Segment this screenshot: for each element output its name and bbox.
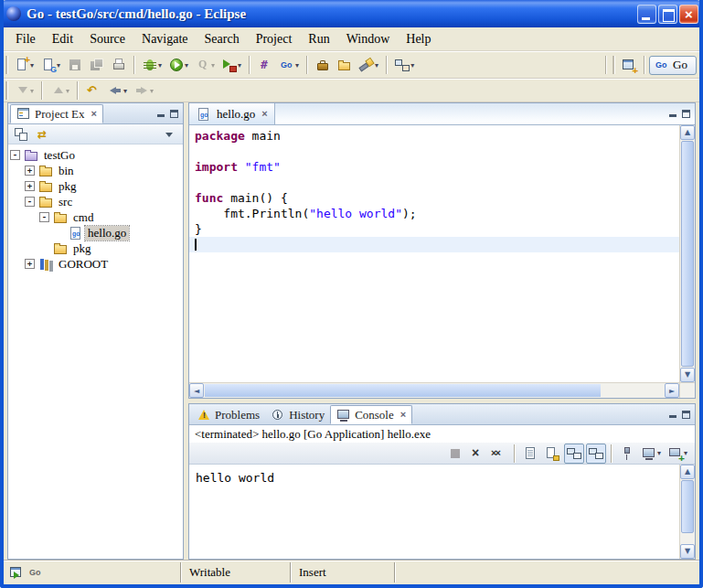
scroll-down-icon[interactable]: ▼ <box>680 368 695 382</box>
show-when-stdout-changes-button[interactable] <box>564 444 584 464</box>
tree-item-hello.go[interactable]: hello.go <box>8 225 183 241</box>
console-vertical-scrollbar[interactable]: ▲ ▼ <box>679 465 695 559</box>
code-line[interactable]: func main() { <box>189 190 679 206</box>
tree-item-pkg[interactable]: +pkg <box>8 178 183 194</box>
open-perspective-button[interactable] <box>619 55 639 75</box>
scrollbar-thumb[interactable] <box>681 480 694 533</box>
link-with-editor-button[interactable] <box>34 125 54 144</box>
go-tool-button[interactable]: ▾ <box>277 55 302 75</box>
code-line[interactable] <box>189 237 679 252</box>
run-external-tools-button[interactable]: ▾ <box>219 55 244 75</box>
toolbar-grip[interactable] <box>5 81 7 100</box>
tree-expander-icon[interactable]: + <box>25 181 35 191</box>
tree-item-bin[interactable]: +bin <box>8 163 183 178</box>
scroll-right-icon[interactable]: ► <box>665 383 679 398</box>
maximize-button[interactable] <box>658 5 677 24</box>
go-status-icon[interactable] <box>28 565 43 580</box>
scrollbar-thumb[interactable] <box>205 384 601 397</box>
maximize-view-icon[interactable] <box>170 110 178 118</box>
code-line[interactable]: } <box>189 221 679 237</box>
fast-view-icon[interactable] <box>9 565 24 580</box>
close-tab-icon[interactable]: × <box>400 410 406 420</box>
project-explorer-tab[interactable]: Project Ex × <box>10 104 103 123</box>
run-button[interactable]: ▾ <box>166 55 191 75</box>
display-selected-console-dropdown-arrow[interactable]: ▾ <box>657 449 661 457</box>
menu-search[interactable]: Search <box>197 29 248 49</box>
tab-history[interactable]: History <box>265 405 330 424</box>
forward-dropdown-arrow[interactable]: ▾ <box>150 87 154 95</box>
tree-item-cmd[interactable]: -cmd <box>8 209 183 225</box>
run-dropdown-arrow[interactable]: ▾ <box>185 61 188 69</box>
tree-item-testgo[interactable]: -testGo <box>8 147 183 163</box>
tree-item-goroot[interactable]: +GOROOT <box>8 256 183 272</box>
scrollbar-track[interactable] <box>204 383 665 398</box>
tree-expander-icon[interactable]: - <box>39 212 49 222</box>
editor-tab-hello-go[interactable]: hello.go × <box>189 103 275 124</box>
tree-expander-icon[interactable]: - <box>25 197 35 207</box>
profile-dropdown-arrow[interactable]: ▾ <box>211 61 215 69</box>
open-resource-button[interactable] <box>313 55 333 75</box>
open-folder-button[interactable] <box>335 55 355 75</box>
minimize-button[interactable] <box>637 5 656 24</box>
display-selected-console-button[interactable]: ▾ <box>639 444 664 464</box>
close-explorer-tab-icon[interactable]: × <box>91 109 97 119</box>
run-external-tools-dropdown-arrow[interactable]: ▾ <box>238 61 241 69</box>
code-line[interactable] <box>189 144 679 159</box>
tree-item-src[interactable]: -src <box>8 194 183 209</box>
show-when-stderr-changes-button[interactable] <box>586 444 606 464</box>
debug-button[interactable]: ▾ <box>140 55 165 75</box>
next-annotation-dropdown-arrow[interactable]: ▾ <box>30 87 34 95</box>
remove-all-terminated-button[interactable] <box>489 444 509 464</box>
close-button[interactable] <box>679 5 698 24</box>
scroll-up-icon[interactable]: ▲ <box>680 125 695 140</box>
last-edit-location-button[interactable] <box>83 80 103 101</box>
pin-console-button[interactable] <box>617 444 637 464</box>
team-synchronize-button[interactable]: ▾ <box>392 55 417 75</box>
scroll-down-icon[interactable]: ▼ <box>680 544 695 559</box>
menu-help[interactable]: Help <box>398 29 439 49</box>
menu-file[interactable]: File <box>7 29 44 49</box>
menu-window[interactable]: Window <box>338 29 399 49</box>
open-console-button[interactable]: ▾ <box>666 444 690 464</box>
remove-launch-button[interactable] <box>467 444 487 464</box>
back-dropdown-arrow[interactable]: ▾ <box>123 87 127 95</box>
maximize-view-icon[interactable] <box>682 411 690 419</box>
menu-navigate[interactable]: Navigate <box>133 29 197 49</box>
new-wizard-button[interactable]: ▾ <box>12 55 37 75</box>
titlebar[interactable]: Go - testGo/src/cmd/hello.go - Eclipse <box>0 0 703 27</box>
previous-annotation-dropdown-arrow[interactable]: ▾ <box>66 87 69 95</box>
code-line[interactable]: package main <box>189 128 679 144</box>
minimize-view-icon[interactable] <box>669 411 677 419</box>
clear-console-button[interactable] <box>520 444 540 464</box>
close-editor-tab-icon[interactable]: × <box>261 109 267 119</box>
scroll-left-icon[interactable]: ◄ <box>189 383 204 398</box>
scroll-lock-button[interactable] <box>542 444 562 464</box>
menu-source[interactable]: Source <box>81 29 133 49</box>
new-go-app-button[interactable] <box>255 55 275 75</box>
tree-expander-icon[interactable]: + <box>25 259 35 269</box>
menu-edit[interactable]: Edit <box>44 29 81 49</box>
console-output[interactable]: hello world <box>189 465 679 559</box>
menu-run[interactable]: Run <box>300 29 337 49</box>
new-go-element-dropdown-arrow[interactable]: ▾ <box>57 61 60 69</box>
team-synchronize-dropdown-arrow[interactable]: ▾ <box>410 61 414 69</box>
scrollbar-thumb[interactable] <box>681 141 694 367</box>
code-area[interactable]: package mainimport "fmt"func main() { fm… <box>189 125 679 382</box>
new-wizard-dropdown-arrow[interactable]: ▾ <box>30 61 34 69</box>
minimize-view-icon[interactable] <box>157 110 165 118</box>
tab-problems[interactable]: Problems <box>191 405 265 424</box>
search-dropdown-arrow[interactable]: ▾ <box>375 61 378 69</box>
tree-item-pkg[interactable]: pkg <box>8 241 183 256</box>
scroll-up-icon[interactable]: ▲ <box>680 465 695 479</box>
debug-dropdown-arrow[interactable]: ▾ <box>158 61 162 69</box>
search-button[interactable]: ▾ <box>357 55 381 75</box>
editor-horizontal-scrollbar[interactable]: ◄ ► <box>189 382 695 398</box>
new-go-element-button[interactable]: ▾ <box>38 55 63 75</box>
tab-console[interactable]: Console× <box>330 405 412 424</box>
minimize-view-icon[interactable] <box>669 110 677 118</box>
go-perspective-button[interactable]: Go <box>649 56 697 75</box>
back-button[interactable]: ▾ <box>105 80 130 101</box>
code-line[interactable]: import "fmt" <box>189 159 679 175</box>
tree-expander-icon[interactable]: + <box>25 166 35 176</box>
code-line[interactable]: fmt.Println("hello world"); <box>189 206 679 221</box>
